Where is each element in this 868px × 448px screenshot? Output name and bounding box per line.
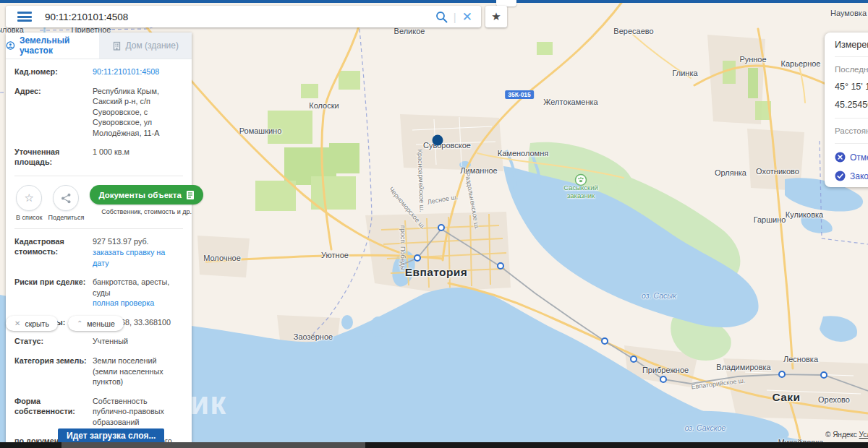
document-icon [186,190,195,200]
measurement-panel: Измерение Последняя 45° 15' 16. 45.25450… [825,33,868,187]
search-bar: | ✕ [6,6,481,27]
object-documents-label: Документы объекта [98,191,181,199]
panel-field-row: Кадастровая стоимость:927 513.97 руб.зак… [14,236,183,268]
field-label: Уточненная площадь: [14,147,93,167]
map-label: Орехово [818,395,850,404]
map-label: оз. Сасык [642,291,676,300]
share-button[interactable] [53,185,79,211]
chevron-up-icon: ⌃ [77,319,82,327]
field-action-link[interactable]: полная проверка [93,298,183,309]
object-tabs: Земельный участок Дом (здание) [6,33,192,59]
station-marker[interactable] [660,376,667,383]
map-label: Вересаево [613,27,653,35]
tab-label: Дом (здание) [126,40,179,51]
station-marker[interactable] [438,224,445,231]
hide-panel-button[interactable]: ✕ скрыть [6,316,58,331]
map-attribution: © Яндекс Условия [825,431,868,439]
field-value: 90:11:210101:4508 [93,66,183,77]
map-label: Желтокаменка [543,98,597,106]
object-documents-caption: Собственник, стоимость и др. [101,208,192,215]
search-icon[interactable] [435,11,448,23]
menu-icon[interactable] [17,12,32,22]
field-value: Учтенный [93,336,183,347]
add-to-list-button[interactable]: ☆ [16,185,42,211]
share-caption: Поделиться [48,214,85,221]
panel-field-row: Адрес:Республика Крым, Сакский р-н, с/п … [14,86,183,139]
object-documents-button[interactable]: Документы объекта [90,185,203,204]
panel-field-row: Статус:Учтенный [14,336,183,347]
object-info-panel: Земельный участок Дом (здание) Кад.номер… [6,33,192,448]
search-divider: | [454,11,456,23]
tab-land-parcel[interactable]: Земельный участок [6,33,99,59]
map-label: Гаршино [754,215,786,224]
search-input[interactable] [43,11,435,23]
road-badge: 35К-015 [505,90,534,99]
favorites-button[interactable]: ★ [485,6,507,27]
add-to-list-caption: В список [16,214,42,221]
station-marker[interactable] [820,371,827,379]
field-value: 1 000 кв.м [93,147,183,167]
distance-label: Расстояние [835,126,868,135]
map-label: Куликовка [786,210,823,219]
station-marker[interactable] [630,356,637,363]
panel-field-row: Форма собственности:Собственность публич… [14,396,183,428]
map-label: Прибрежное [642,366,689,374]
map-label: Карьерное [781,59,821,68]
collapse-panel-button[interactable]: ⌃ меньше [68,316,124,331]
share-icon [61,193,72,204]
map-label: Евпатория [405,266,467,279]
finish-check-icon [835,171,846,181]
action-row: ☆ В список Поделиться [14,184,183,221]
field-value: Собственность публично-правовых образова… [93,396,183,428]
finish-measurement-button[interactable]: Закончить [835,171,868,181]
station-marker[interactable] [601,337,608,345]
map-label: Уютное [321,251,349,259]
fields-more: Кадастровая стоимость:927 513.97 руб.зак… [14,236,183,448]
map-label: Суворовское [423,141,471,150]
field-label: Адрес: [14,86,93,139]
measurement-title: Измерение [835,40,868,57]
panel-field-row: Категория земель:Земли поселений (земли … [14,356,183,387]
map-label: Заозёрное [294,332,333,341]
divider [14,228,183,229]
field-value: 927 513.97 руб.заказать справку на дату [93,236,183,268]
selected-parcel-marker[interactable] [433,135,443,146]
map-application: ыловкаПриветноеВеликоеВересаевоГлинкаРун… [0,0,868,448]
field-value-link[interactable]: 90:11:210101:4508 [93,66,183,77]
map-label: Орлянка [715,168,746,177]
map-label: Колоски [309,101,339,110]
divider [14,176,183,176]
less-label: меньше [87,319,115,328]
tab-house-building[interactable]: Дом (здание) [99,33,192,59]
field-label: Кадастровая стоимость: [14,236,93,268]
station-marker[interactable] [778,371,786,378]
field-label: Категория земель: [14,356,93,387]
star-outline-icon: ☆ [24,191,33,204]
terms-link[interactable]: Условия [859,431,868,439]
panel-field-row: Уточненная площадь:1 000 кв.м [14,147,183,167]
map-label: Молочное [203,254,241,262]
station-marker[interactable] [497,262,504,270]
cancel-circle-icon [835,152,846,163]
fields-top: Кад.номер:90:11:210101:4508Адрес:Республ… [14,66,183,167]
map-label: Глинка [672,69,697,77]
map-label: Саки [773,391,801,404]
divider [835,143,868,144]
map-label: Владимировка [716,363,770,371]
hide-label: скрыть [25,319,49,328]
map-label: Охотниково [756,167,799,176]
field-value: Земли поселений (земли населенных пункто… [93,356,183,387]
bottom-scrollbar-thumb[interactable] [61,442,365,448]
map-label: просп. Победы [399,225,407,270]
cancel-measurement-button[interactable]: Отменить [835,152,868,163]
panel-controls: ✕ скрыть ⌃ меньше [6,316,124,331]
coordinate-dms: 45° 15' 16. [835,82,868,92]
station-marker[interactable] [414,254,421,262]
field-action-link[interactable]: заказать справку на дату [93,247,183,268]
map-label: Рунное [739,55,766,64]
map-label: Ромашкино [239,126,282,135]
field-value: Республика Крым, Сакский р-н, с/п Суворо… [93,86,183,139]
clear-search-icon[interactable]: ✕ [462,11,472,23]
panel-field-row: Кад.номер:90:11:210101:4508 [14,66,183,77]
panel-field-row: Риски при сделке:банкротства, аресты, су… [14,277,183,309]
